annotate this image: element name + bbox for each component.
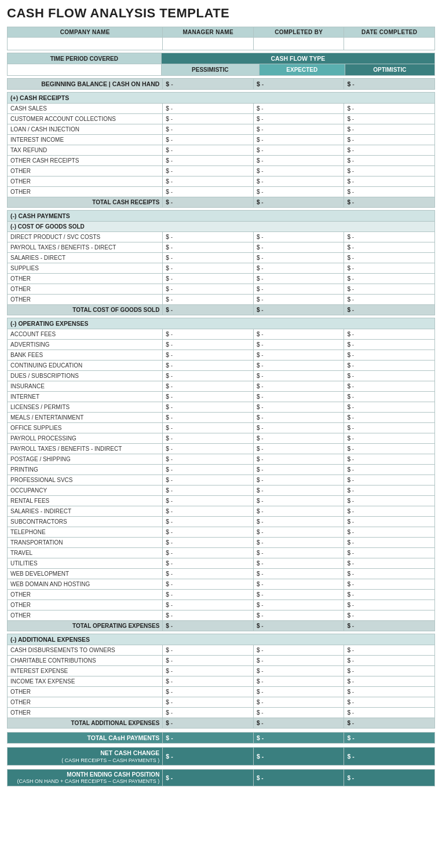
- total-cash-payments-expected[interactable]: $ -: [253, 733, 344, 744]
- table-row: OTHER$ -$ -$ -: [8, 600, 435, 610]
- table-row: OTHER$ -$ -$ -: [8, 610, 435, 621]
- month-ending-expected[interactable]: $ -: [253, 770, 344, 786]
- total-cash-payments-label: TOTAL CAsH PAYMENTS: [8, 733, 163, 744]
- total-additional-label: TOTAL ADDITIONAL EXPENSES: [8, 718, 163, 729]
- table-row: OTHER $ - $ - $ -: [8, 166, 435, 176]
- table-row: OTHER $ - $ - $ -: [8, 274, 435, 284]
- total-cogs-pessimistic[interactable]: $ -: [163, 305, 254, 315]
- beginning-balance-optimistic[interactable]: $ -: [344, 79, 435, 90]
- table-row: RENTAL FEES$ -$ -$ -: [8, 496, 435, 506]
- total-cogs-optimistic[interactable]: $ -: [344, 305, 435, 315]
- table-row: UTILITIES$ -$ -$ -: [8, 558, 435, 569]
- table-row: POSTAGE / SHIPPING$ -$ -$ -: [8, 454, 435, 465]
- time-period-input[interactable]: [8, 64, 162, 76]
- table-row: TRANSPORTATION$ -$ -$ -: [8, 538, 435, 548]
- table-row: ACCOUNT FEES$ -$ -$ -: [8, 329, 435, 340]
- table-row: PRINTING$ -$ -$ -: [8, 465, 435, 475]
- table-row: SUBCONTRACTORS$ -$ -$ -: [8, 517, 435, 527]
- table-row: OTHER$ -$ -$ -: [8, 687, 435, 697]
- table-row: OTHER$ -$ -$ -: [8, 708, 435, 718]
- table-row: WEB DEVELOPMENT$ -$ -$ -: [8, 569, 435, 579]
- total-cogs-expected[interactable]: $ -: [253, 305, 344, 315]
- month-ending-optimistic[interactable]: $ -: [344, 770, 435, 786]
- table-row: MEALS / ENTERTAINMENT$ -$ -$ -: [8, 413, 435, 423]
- net-cash-change-label: NET CASH CHANGE ( CASH RECEIPTS – CASH P…: [8, 748, 163, 766]
- optimistic-label: OPTIMISTIC: [345, 64, 434, 76]
- table-row: INCOME TAX EXPENSE$ -$ -$ -: [8, 676, 435, 687]
- operating-expenses-header: (-) OPERATING EXPENSES: [8, 318, 435, 329]
- total-cash-receipts-label: TOTAL CASH RECEIPTS: [8, 197, 163, 208]
- total-opex-expected[interactable]: $ -: [253, 621, 344, 631]
- total-cash-receipts-pessimistic[interactable]: $ -: [163, 197, 254, 208]
- net-cash-expected[interactable]: $ -: [253, 748, 344, 766]
- table-row: INTERNET$ -$ -$ -: [8, 392, 435, 402]
- table-row: PAYROLL PROCESSING$ -$ -$ -: [8, 433, 435, 444]
- table-row: OTHER $ - $ - $ -: [8, 187, 435, 197]
- table-row: LOAN / CASH INJECTION $ - $ - $ -: [8, 124, 435, 135]
- total-additional-pessimistic[interactable]: $ -: [163, 718, 254, 729]
- table-row: OTHER$ -$ -$ -: [8, 590, 435, 600]
- table-row: SALARIES - DIRECT $ - $ - $ -: [8, 253, 435, 263]
- table-row: PROFESSIONAL SVCS$ -$ -$ -: [8, 475, 435, 486]
- company-name-input[interactable]: [8, 38, 163, 50]
- col-manager-name: MANAGER NAME: [163, 27, 254, 38]
- table-row: TRAVEL$ -$ -$ -: [8, 548, 435, 558]
- pessimistic-label: PESSIMISTIC: [161, 64, 259, 76]
- additional-expenses-header: (-) ADDITIONAL EXPENSES: [8, 634, 435, 645]
- col-date-completed: DATE COMPLETED: [344, 27, 435, 38]
- manager-name-input[interactable]: [163, 38, 254, 50]
- table-row: SUPPLIES $ - $ - $ -: [8, 263, 435, 274]
- cash-receipts-header: (+) CASH RECEIPTS: [8, 93, 435, 104]
- net-cash-pessimistic[interactable]: $ -: [163, 748, 254, 766]
- table-row: CHARITABLE CONTRIBUTIONS$ -$ -$ -: [8, 656, 435, 666]
- total-cash-receipts-expected[interactable]: $ -: [253, 197, 344, 208]
- table-row: OCCUPANCY$ -$ -$ -: [8, 486, 435, 496]
- table-row: BANK FEES$ -$ -$ -: [8, 350, 435, 361]
- cash-flow-type-label: CASH FLOW TYPE: [161, 53, 434, 64]
- table-row: SALARIES - INDIRECT$ -$ -$ -: [8, 506, 435, 517]
- table-row: TELEPHONE$ -$ -$ -: [8, 527, 435, 538]
- table-row: DIRECT PRODUCT / SVC COSTS $ - $ - $ -: [8, 232, 435, 242]
- table-row: CASH DISBURSEMENTS TO OWNERS$ -$ -$ -: [8, 645, 435, 656]
- date-completed-input[interactable]: [344, 38, 435, 50]
- total-additional-optimistic[interactable]: $ -: [344, 718, 435, 729]
- beginning-balance-label: BEGINNING BALANCE | CASH ON HAND: [8, 79, 163, 90]
- table-row: PAYROLL TAXES / BENEFITS - INDIRECT$ -$ …: [8, 444, 435, 454]
- total-cash-payments-optimistic[interactable]: $ -: [344, 733, 435, 744]
- table-row: OTHER $ - $ - $ -: [8, 284, 435, 295]
- completed-by-input[interactable]: [253, 38, 344, 50]
- total-opex-pessimistic[interactable]: $ -: [163, 621, 254, 631]
- total-opex-optimistic[interactable]: $ -: [344, 621, 435, 631]
- table-row: INTEREST INCOME $ - $ - $ -: [8, 135, 435, 145]
- table-row: OTHER CASH RECEIPTS $ - $ - $ -: [8, 156, 435, 166]
- table-row: INTEREST EXPENSE$ -$ -$ -: [8, 666, 435, 676]
- beginning-balance-pessimistic[interactable]: $ -: [163, 79, 254, 90]
- page-title: CASH FLOW ANALYSIS TEMPLATE: [7, 6, 435, 21]
- table-row: PAYROLL TAXES / BENEFITS - DIRECT $ - $ …: [8, 242, 435, 253]
- table-row: CASH SALES $ - $ - $ -: [8, 104, 435, 114]
- table-row: ADVERTISING$ -$ -$ -: [8, 340, 435, 350]
- month-ending-label: MONTH ENDING CASH POSITION (CASH ON HAND…: [8, 770, 163, 786]
- table-row: TAX REFUND $ - $ - $ -: [8, 145, 435, 156]
- total-cash-payments-pessimistic[interactable]: $ -: [163, 733, 254, 744]
- total-opex-label: TOTAL OPERATING EXPENSES: [8, 621, 163, 631]
- total-additional-expected[interactable]: $ -: [253, 718, 344, 729]
- table-row: OTHER $ - $ - $ -: [8, 295, 435, 305]
- table-row: OFFICE SUPPLIES$ -$ -$ -: [8, 423, 435, 433]
- table-row: CUSTOMER ACCOUNT COLLECTIONS $ - $ - $ -: [8, 114, 435, 124]
- col-completed-by: COMPLETED BY: [253, 27, 344, 38]
- table-row: CONTINUING EDUCATION$ -$ -$ -: [8, 361, 435, 371]
- cash-payments-header: (-) CASH PAYMENTS: [8, 211, 435, 222]
- total-cogs-label: TOTAL COST OF GOODS SOLD: [8, 305, 163, 315]
- table-row: WEB DOMAIN AND HOSTING$ -$ -$ -: [8, 579, 435, 590]
- net-cash-optimistic[interactable]: $ -: [344, 748, 435, 766]
- table-row: DUES / SUBSCRIPTIONS$ -$ -$ -: [8, 371, 435, 381]
- month-ending-pessimistic[interactable]: $ -: [163, 770, 254, 786]
- cost-of-goods-header: (-) COST OF GOODS SOLD: [8, 222, 435, 232]
- col-company-name: COMPANY NAME: [8, 27, 163, 38]
- expected-label: EXPECTED: [259, 64, 345, 76]
- beginning-balance-expected[interactable]: $ -: [253, 79, 344, 90]
- total-cash-receipts-optimistic[interactable]: $ -: [344, 197, 435, 208]
- table-row: LICENSES / PERMITS$ -$ -$ -: [8, 402, 435, 413]
- time-period-label: TIME PERIOD COVERED: [8, 53, 162, 64]
